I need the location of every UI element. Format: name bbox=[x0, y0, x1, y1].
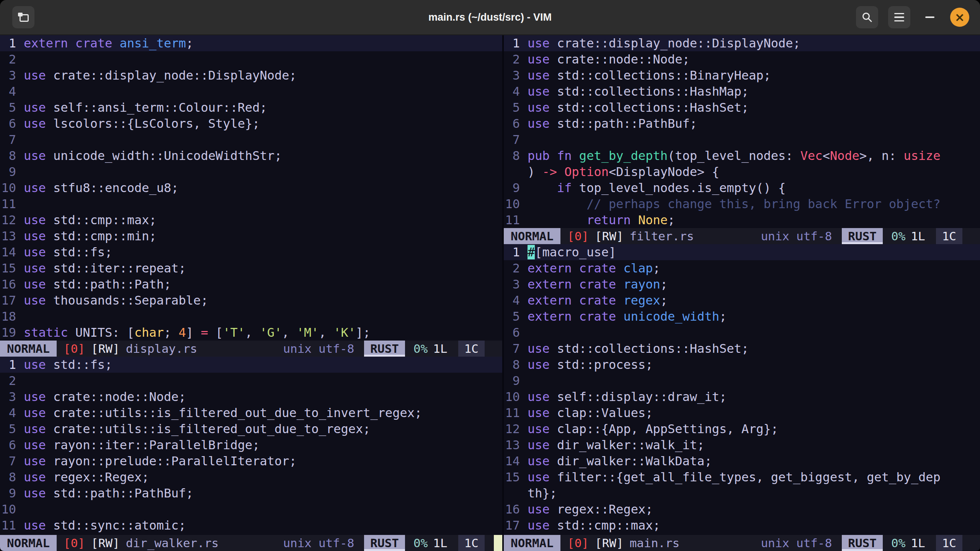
code-area[interactable]: 1use crate::display_node::DisplayNode;2u… bbox=[504, 35, 980, 228]
code-line[interactable]: 4 bbox=[0, 83, 502, 99]
register-indicator: [0] bbox=[567, 535, 589, 551]
code-line[interactable]: ) -> Option<DisplayNode> { bbox=[504, 164, 980, 180]
code-line[interactable]: 5use crate::utils::is_filtered_out_due_t… bbox=[0, 421, 502, 437]
fileformat: unix bbox=[283, 535, 312, 551]
minimize-button[interactable] bbox=[920, 6, 939, 28]
line-count: 1L bbox=[911, 535, 925, 551]
code-area[interactable]: 1extern crate ansi_term;23use crate::dis… bbox=[0, 35, 502, 341]
code-line[interactable]: 2 bbox=[0, 51, 502, 67]
code-line[interactable]: 2use crate::node::Node; bbox=[504, 51, 980, 67]
code-line[interactable]: 8use regex::Regex; bbox=[0, 469, 502, 485]
code-line[interactable]: 6use lscolors::{LsColors, Style}; bbox=[0, 116, 502, 132]
code-text: use std::collections::HashSet; bbox=[528, 341, 749, 356]
code-line[interactable]: 2 bbox=[0, 373, 502, 389]
filetype-badge: RUST bbox=[364, 341, 405, 357]
code-line[interactable]: 15use std::iter::repeat; bbox=[0, 260, 502, 276]
line-number: 5 bbox=[504, 99, 528, 116]
code-line[interactable]: 5use self::ansi_term::Colour::Red; bbox=[0, 99, 502, 116]
column-indicator: 1C bbox=[936, 228, 962, 244]
readwrite-flag: [RW] bbox=[595, 228, 624, 244]
code-line[interactable]: 3use crate::display_node::DisplayNode; bbox=[0, 67, 502, 83]
fileformat: unix bbox=[761, 228, 789, 244]
code-line[interactable]: 7 bbox=[504, 132, 980, 148]
code-line[interactable]: 7use std::collections::HashSet; bbox=[504, 341, 980, 357]
filetype-badge: RUST bbox=[842, 535, 883, 551]
code-line[interactable]: 10use stfu8::encode_u8; bbox=[0, 180, 502, 196]
code-line[interactable]: 4extern crate regex; bbox=[504, 292, 980, 308]
line-number: 6 bbox=[504, 116, 528, 132]
code-line[interactable]: 13use dir_walker::walk_it; bbox=[504, 437, 980, 453]
code-line[interactable]: 1use crate::display_node::DisplayNode; bbox=[504, 35, 980, 51]
code-line[interactable]: 9 bbox=[504, 373, 980, 389]
statusline: NORMAL [0] [RW] dir_walker.rs unix utf-8… bbox=[0, 535, 502, 551]
scroll-percent: 0% bbox=[413, 535, 428, 551]
line-number: 17 bbox=[504, 517, 528, 533]
code-area[interactable]: 1#[macro_use]2extern crate clap;3extern … bbox=[504, 244, 980, 535]
code-line[interactable]: 7 bbox=[0, 132, 502, 148]
code-line[interactable]: 2extern crate clap; bbox=[504, 260, 980, 276]
code-line[interactable]: 1use std::fs; bbox=[0, 357, 502, 373]
code-line[interactable]: 3use crate::node::Node; bbox=[0, 389, 502, 405]
code-line[interactable]: 5extern crate unicode_width; bbox=[504, 308, 980, 324]
code-line[interactable]: 10 // perhaps change this, bring back Er… bbox=[504, 196, 980, 212]
code-line[interactable]: 11 bbox=[0, 196, 502, 212]
code-line[interactable]: 10use self::display::draw_it; bbox=[504, 389, 980, 405]
code-line[interactable]: 7use rayon::prelude::ParallelIterator; bbox=[0, 453, 502, 469]
code-line[interactable]: 19static UNITS: [char; 4] = ['T', 'G', '… bbox=[0, 324, 502, 341]
code-text: extern crate clap; bbox=[528, 261, 660, 276]
code-line[interactable]: 6 bbox=[504, 324, 980, 341]
line-number: 15 bbox=[0, 260, 24, 276]
code-line[interactable]: 8use unicode_width::UnicodeWidthStr; bbox=[0, 148, 502, 164]
code-line[interactable]: 4use crate::utils::is_filtered_out_due_t… bbox=[0, 405, 502, 421]
filename: filter.rs bbox=[630, 228, 694, 244]
code-line[interactable]: 13use std::cmp::min; bbox=[0, 228, 502, 244]
titlebar[interactable]: main.rs (~/dust/src) - VIM × bbox=[0, 0, 980, 35]
code-line[interactable]: 17use std::cmp::max; bbox=[504, 517, 980, 533]
code-line[interactable]: 11use std::sync::atomic; bbox=[0, 517, 502, 533]
code-line[interactable]: 14use std::fs; bbox=[0, 244, 502, 260]
search-button[interactable] bbox=[856, 6, 878, 28]
window-stack-button[interactable] bbox=[12, 6, 34, 28]
line-number: 6 bbox=[0, 116, 24, 132]
code-line[interactable]: 3use std::collections::BinaryHeap; bbox=[504, 67, 980, 83]
code-line[interactable]: 12use std::cmp::max; bbox=[0, 212, 502, 228]
code-line[interactable]: 5use std::collections::HashSet; bbox=[504, 99, 980, 116]
line-number: 14 bbox=[0, 244, 24, 260]
code-line[interactable]: 9use std::path::PathBuf; bbox=[0, 485, 502, 501]
code-line[interactable]: 12use clap::{App, AppSettings, Arg}; bbox=[504, 421, 980, 437]
code-line[interactable]: 1#[macro_use] bbox=[504, 244, 980, 260]
code-area[interactable]: 1use std::fs;23use crate::node::Node;4us… bbox=[0, 357, 502, 535]
line-number: 4 bbox=[0, 83, 24, 99]
line-number: 3 bbox=[0, 389, 24, 405]
code-line[interactable]: 6use std::path::PathBuf; bbox=[504, 116, 980, 132]
code-text: use std::cmp::max; bbox=[528, 518, 660, 533]
code-line[interactable]: 8use std::process; bbox=[504, 357, 980, 373]
code-line[interactable]: 10 bbox=[0, 501, 502, 517]
code-text: use std::sync::atomic; bbox=[24, 518, 186, 533]
code-line[interactable]: th}; bbox=[504, 485, 980, 501]
code-line[interactable]: 4use std::collections::HashMap; bbox=[504, 83, 980, 99]
scroll-percent: 0% bbox=[891, 228, 905, 244]
close-button[interactable]: × bbox=[950, 8, 969, 27]
code-line[interactable]: 16use std::path::Path; bbox=[0, 276, 502, 292]
fileformat: unix bbox=[761, 535, 789, 551]
line-number: 9 bbox=[0, 485, 24, 501]
line-number: 7 bbox=[0, 132, 24, 148]
code-line[interactable]: 9 if top_level_nodes.is_empty() { bbox=[504, 180, 980, 196]
code-line[interactable]: 16use regex::Regex; bbox=[504, 501, 980, 517]
code-line[interactable]: 3extern crate rayon; bbox=[504, 276, 980, 292]
code-line[interactable]: 1extern crate ansi_term; bbox=[0, 35, 502, 51]
code-line[interactable]: 6use rayon::iter::ParallelBridge; bbox=[0, 437, 502, 453]
scroll-percent: 0% bbox=[413, 341, 428, 357]
code-line[interactable]: 8pub fn get_by_depth(top_level_nodes: Ve… bbox=[504, 148, 980, 164]
code-line[interactable]: 11use clap::Values; bbox=[504, 405, 980, 421]
code-line[interactable]: 11 return None; bbox=[504, 212, 980, 228]
code-line[interactable]: 9 bbox=[0, 164, 502, 180]
code-line[interactable]: 15use filter::{get_all_file_types, get_b… bbox=[504, 469, 980, 485]
code-line[interactable]: 17use thousands::Separable; bbox=[0, 292, 502, 308]
menu-button[interactable] bbox=[888, 6, 910, 28]
code-line[interactable]: 18 bbox=[0, 308, 502, 324]
code-text: use std::process; bbox=[528, 357, 653, 372]
code-line[interactable]: 14use dir_walker::WalkData; bbox=[504, 453, 980, 469]
filetype-badge: RUST bbox=[842, 228, 883, 244]
